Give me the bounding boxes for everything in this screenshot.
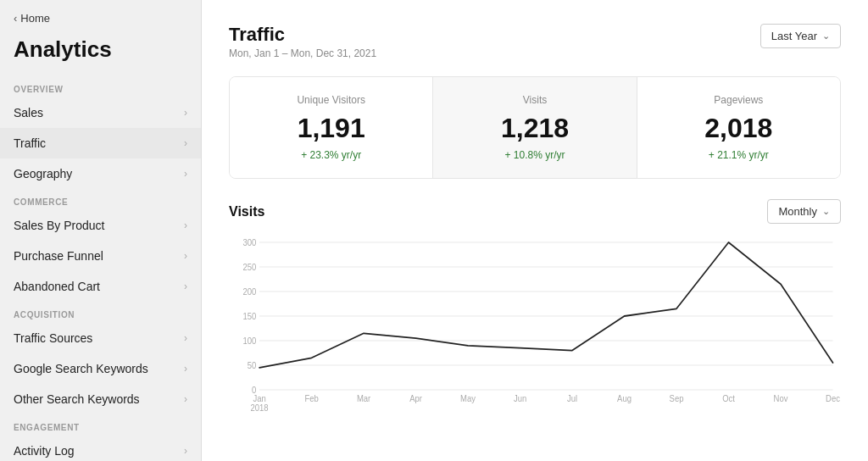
svg-text:2018: 2018 — [251, 403, 269, 413]
stat-card-pageviews: Pageviews 2,018 + 21.1% yr/yr — [637, 77, 840, 178]
sidebar-item-activity-log[interactable]: Activity Log› — [0, 436, 201, 461]
header-text: Traffic Mon, Jan 1 – Mon, Dec 31, 2021 — [229, 24, 376, 59]
svg-text:300: 300 — [242, 238, 256, 247]
sidebar-item-chevron-icon: › — [184, 250, 187, 262]
page-subtitle: Mon, Jan 1 – Mon, Dec 31, 2021 — [229, 47, 376, 59]
visits-chart: 050100150200250300Jan2018FebMarAprMayJun… — [229, 234, 841, 420]
sidebar-item-purchase-funnel[interactable]: Purchase Funnel› — [0, 241, 201, 271]
chart-period-label: Monthly — [778, 205, 817, 218]
sidebar: ‹ Home Analytics OVERVIEWSales›Traffic›G… — [0, 0, 202, 461]
svg-text:Nov: Nov — [774, 394, 788, 403]
sidebar-item-label: Sales — [14, 106, 43, 119]
sidebar-item-traffic-sources[interactable]: Traffic Sources› — [0, 323, 201, 353]
sidebar-item-chevron-icon: › — [184, 332, 187, 344]
stat-value: 2,018 — [658, 113, 820, 144]
sidebar-item-chevron-icon: › — [184, 107, 187, 119]
sidebar-item-chevron-icon: › — [184, 445, 187, 457]
stat-value: 1,191 — [250, 113, 412, 144]
sidebar-item-label: Abandoned Cart — [14, 280, 100, 293]
svg-text:50: 50 — [248, 361, 257, 370]
sidebar-section-label: COMMERCE — [0, 189, 201, 210]
chart-section: Visits Monthly ⌄ 050100150200250300Jan20… — [229, 199, 841, 444]
svg-text:Aug: Aug — [617, 394, 632, 403]
chevron-down-icon: ⌄ — [822, 31, 830, 42]
sidebar-title: Analytics — [0, 33, 201, 76]
chart-period-dropdown[interactable]: Monthly ⌄ — [767, 199, 841, 224]
svg-text:Jul: Jul — [567, 394, 577, 403]
stat-card-unique-visitors: Unique Visitors 1,191 + 23.3% yr/yr — [230, 77, 433, 178]
svg-text:100: 100 — [242, 336, 256, 346]
page-title: Traffic — [229, 24, 376, 46]
back-label: Home — [20, 12, 50, 25]
sidebar-item-geography[interactable]: Geography› — [0, 158, 201, 189]
svg-text:Sep: Sep — [670, 394, 684, 403]
sidebar-item-label: Sales By Product — [14, 219, 104, 232]
sidebar-item-label: Purchase Funnel — [14, 249, 103, 263]
sidebar-item-label: Other Search Keywords — [14, 392, 140, 406]
sidebar-item-chevron-icon: › — [184, 393, 187, 405]
svg-text:150: 150 — [242, 312, 256, 321]
svg-text:Dec: Dec — [826, 394, 840, 403]
sidebar-item-label: Traffic — [14, 136, 46, 150]
stat-change: + 21.1% yr/yr — [658, 149, 820, 161]
back-button[interactable]: ‹ Home — [0, 0, 201, 33]
sidebar-item-sales-by-product[interactable]: Sales By Product› — [0, 210, 201, 241]
sidebar-item-traffic[interactable]: Traffic› — [0, 128, 201, 158]
svg-text:May: May — [460, 394, 476, 403]
period-dropdown-label: Last Year — [771, 30, 817, 42]
sidebar-item-label: Geography — [14, 167, 72, 181]
main-header: Traffic Mon, Jan 1 – Mon, Dec 31, 2021 L… — [229, 24, 841, 59]
sidebar-item-chevron-icon: › — [184, 280, 187, 292]
sidebar-item-other-search-keywords[interactable]: Other Search Keywords› — [0, 384, 201, 414]
stat-value: 1,218 — [453, 113, 615, 144]
sidebar-item-label: Traffic Sources — [14, 331, 92, 345]
sidebar-section-label: ENGAGEMENT — [0, 414, 201, 436]
sidebar-item-google-search-keywords[interactable]: Google Search Keywords› — [0, 353, 201, 384]
sidebar-item-abandoned-cart[interactable]: Abandoned Cart› — [0, 271, 201, 302]
sidebar-item-label: Google Search Keywords — [14, 362, 148, 375]
chart-chevron-down-icon: ⌄ — [822, 206, 830, 217]
stat-label: Visits — [453, 94, 615, 106]
sidebar-sections: OVERVIEWSales›Traffic›Geography›COMMERCE… — [0, 76, 201, 461]
svg-text:Feb: Feb — [304, 394, 319, 403]
sidebar-item-sales[interactable]: Sales› — [0, 97, 201, 128]
sidebar-item-chevron-icon: › — [184, 219, 187, 231]
sidebar-item-label: Activity Log — [14, 444, 75, 458]
sidebar-section-label: OVERVIEW — [0, 76, 201, 97]
stat-change: + 10.8% yr/yr — [453, 149, 615, 161]
svg-text:Jun: Jun — [514, 394, 526, 403]
chart-title: Visits — [229, 204, 264, 219]
svg-text:200: 200 — [242, 287, 256, 297]
stats-row: Unique Visitors 1,191 + 23.3% yr/yr Visi… — [229, 76, 841, 179]
stat-card-visits: Visits 1,218 + 10.8% yr/yr — [433, 77, 637, 178]
sidebar-section-label: ACQUISITION — [0, 302, 201, 323]
sidebar-item-chevron-icon: › — [184, 363, 187, 375]
svg-text:Apr: Apr — [409, 394, 423, 403]
period-dropdown[interactable]: Last Year ⌄ — [760, 24, 841, 48]
svg-text:Oct: Oct — [722, 394, 735, 403]
svg-text:250: 250 — [242, 263, 256, 272]
stat-change: + 23.3% yr/yr — [250, 149, 412, 161]
chart-header: Visits Monthly ⌄ — [229, 199, 841, 224]
svg-text:Jan: Jan — [253, 394, 265, 403]
stat-label: Unique Visitors — [250, 94, 412, 106]
stat-label: Pageviews — [658, 94, 820, 106]
sidebar-item-chevron-icon: › — [184, 137, 187, 149]
main-content: Traffic Mon, Jan 1 – Mon, Dec 31, 2021 L… — [202, 0, 868, 461]
back-arrow-icon: ‹ — [14, 12, 17, 25]
sidebar-item-chevron-icon: › — [184, 168, 187, 180]
svg-text:Mar: Mar — [357, 394, 371, 403]
